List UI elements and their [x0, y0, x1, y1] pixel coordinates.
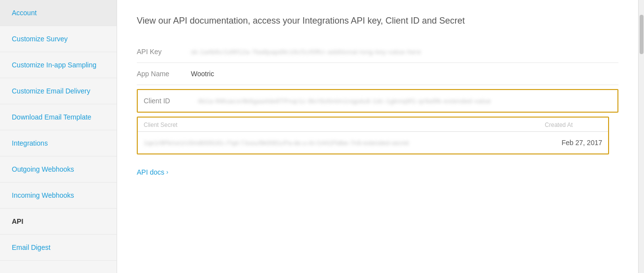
sidebar-item-download-email[interactable]: Download Email Template [0, 104, 117, 130]
created-at-header-label: Created At [545, 121, 602, 128]
secret-table-header: Client Secret Created At [138, 118, 608, 132]
app-name-row: App Name Wootric [137, 63, 618, 85]
main-content: View our API documentation, access your … [117, 0, 638, 273]
sidebar-item-api: API [0, 209, 117, 235]
client-secret-header-label: Client Secret [144, 121, 178, 128]
client-id-row: Client ID 4b1a-9Wuacxr9k6gaa4de8TPnqr1c-… [138, 90, 617, 112]
api-docs-label: API docs [137, 168, 164, 176]
sidebar-item-outgoing-webhooks[interactable]: Outgoing Webhooks [0, 156, 117, 182]
api-key-row: API Key sk-1a4b6c/1d9f12a-7ba8papd9c16cf… [137, 41, 618, 63]
scrollbar-thumb[interactable] [640, 15, 644, 54]
scrollbar-track[interactable] [638, 0, 644, 273]
created-at-value: Feb 27, 2017 [543, 139, 602, 147]
sidebar-item-account[interactable]: Account [0, 0, 117, 26]
client-secret-value: 1qe1r9Pk/ce1rU0m8009181-/7qd-7Juou/9k008… [144, 139, 543, 147]
chevron-right-icon: › [166, 169, 168, 176]
sidebar: AccountCustomize SurveyCustomize In-app … [0, 0, 117, 273]
secret-table-data-row: 1qe1r9Pk/ce1rU0m8009181-/7qd-7Juou/9k008… [138, 132, 608, 153]
app-name-label: App Name [137, 70, 191, 78]
sidebar-item-customize-inapp[interactable]: Customize In-app Sampling [0, 52, 117, 78]
client-id-value: 4b1a-9Wuacxr9k6gaa4de8TPnqr1c-9k/r9z6mlm… [198, 97, 612, 105]
client-id-wrapper: Client ID 4b1a-9Wuacxr9k6gaa4de8TPnqr1c-… [137, 89, 618, 113]
sidebar-item-incoming-webhooks[interactable]: Incoming Webhooks [0, 182, 117, 209]
api-key-value: sk-1a4b6c/1d9f12a-7ba8papd9c16cf1cf0ffcr… [191, 48, 618, 56]
sidebar-item-customize-email[interactable]: Customize Email Delivery [0, 78, 117, 104]
sidebar-item-integrations[interactable]: Integrations [0, 130, 117, 156]
client-id-label: Client ID [144, 97, 198, 105]
sidebar-item-email-digest[interactable]: Email Digest [0, 235, 117, 261]
api-key-label: API Key [137, 48, 191, 56]
client-secret-table: Client Secret Created At 1qe1r9Pk/ce1rU0… [137, 117, 609, 154]
api-docs-link[interactable]: API docs › [137, 168, 168, 176]
app-name-value: Wootric [191, 70, 214, 78]
sidebar-item-customize-survey[interactable]: Customize Survey [0, 26, 117, 52]
page-title: View our API documentation, access your … [137, 15, 618, 27]
